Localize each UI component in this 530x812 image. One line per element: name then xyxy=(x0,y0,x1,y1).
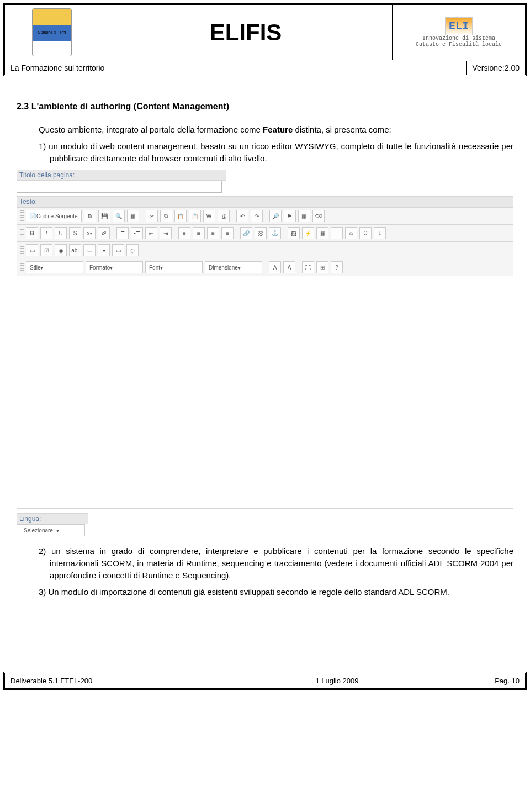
bold-icon[interactable]: B xyxy=(26,227,38,239)
toolbar-row-4: Stile ▾ Formato ▾ Font ▾ Dimensione ▾ A … xyxy=(17,259,513,276)
ul-icon[interactable]: •≣ xyxy=(131,227,143,239)
textarea-icon[interactable]: ▭ xyxy=(83,244,96,256)
grip-icon xyxy=(20,228,24,239)
bgcolor-icon[interactable]: A xyxy=(283,261,295,273)
format-label: Formato xyxy=(89,265,110,271)
header-logo-right-cell: ELI Innovazione di sistema Catasto e Fis… xyxy=(393,5,525,60)
print-icon[interactable]: 🖨 xyxy=(218,210,230,222)
superscript-icon[interactable]: x² xyxy=(98,227,110,239)
outdent-icon[interactable]: ⇤ xyxy=(145,227,157,239)
hidden-icon[interactable]: ◌ xyxy=(126,244,139,256)
style-dropdown[interactable]: Stile ▾ xyxy=(26,261,83,273)
find-icon[interactable]: 🔎 xyxy=(269,210,282,222)
title-input[interactable] xyxy=(17,181,222,193)
list-item-2: 2) un sistema in grado di comprendere, i… xyxy=(17,545,513,581)
subscript-icon[interactable]: x₂ xyxy=(83,227,96,239)
paste-text-icon[interactable]: 📋 xyxy=(189,210,201,222)
button-icon[interactable]: ▭ xyxy=(112,244,124,256)
source-button-label: Codice Sorgente xyxy=(36,213,78,219)
cut-icon[interactable]: ✂ xyxy=(146,210,158,222)
p1-feature: Feature xyxy=(263,125,293,134)
strike-icon[interactable]: S xyxy=(69,227,81,239)
source-button[interactable]: 📄 Codice Sorgente xyxy=(26,210,82,222)
align-right-icon[interactable]: ≡ xyxy=(207,227,219,239)
style-label: Stile xyxy=(30,265,40,271)
font-dropdown[interactable]: Font ▾ xyxy=(145,261,203,273)
subheader: La Formazione sul territorio Versione:2.… xyxy=(5,61,525,75)
list-item-1: 1) un modulo di web content management, … xyxy=(17,140,513,165)
template-icon[interactable]: ▦ xyxy=(127,210,139,222)
section-heading: 2.3 L'ambiente di authoring (Content Man… xyxy=(17,102,513,112)
format-dropdown[interactable]: Formato ▾ xyxy=(86,261,143,273)
italic-icon[interactable]: I xyxy=(40,227,52,239)
grip-icon xyxy=(20,245,24,256)
footer-left: Deliverable 5.1 FTEL-200 xyxy=(5,673,226,688)
logo-caption: Comune di Terni xyxy=(38,30,66,34)
checkbox-icon[interactable]: ☑ xyxy=(40,244,52,256)
label-title: Titolo della pagina: xyxy=(17,170,226,181)
align-left-icon[interactable]: ≡ xyxy=(178,227,190,239)
underline-icon[interactable]: U xyxy=(55,227,67,239)
toolbar-row-3: ▭ ☑ ◉ abl ▭ ▾ ▭ ◌ xyxy=(17,242,513,259)
flash-icon[interactable]: ⚡ xyxy=(302,227,314,239)
header-title-cell: ELIFIS xyxy=(100,5,393,60)
paste-icon[interactable]: 📋 xyxy=(174,210,187,222)
label-lingua: Lingua: xyxy=(17,513,88,524)
wysiwyg-editor: Titolo della pagina: Testo: 📄 Codice Sor… xyxy=(17,170,513,536)
editor-textarea[interactable] xyxy=(17,276,513,509)
font-label: Font xyxy=(149,265,160,271)
toolbar-row-1: 📄 Codice Sorgente 🗎 💾 🔍 ▦ ✂ ⧉ 📋 📋 W 🖨 ↶ … xyxy=(17,207,513,225)
save-icon[interactable]: 💾 xyxy=(98,210,110,222)
header: Comune di Terni ELIFIS ELI Innovazione d… xyxy=(5,5,525,61)
paste-word-icon[interactable]: W xyxy=(203,210,215,222)
footer-right: Pag. 10 xyxy=(448,673,525,688)
new-icon[interactable]: 🗎 xyxy=(84,210,96,222)
maximize-icon[interactable]: ⛶ xyxy=(302,261,314,273)
table-icon[interactable]: ▦ xyxy=(316,227,328,239)
hr-icon[interactable]: — xyxy=(331,227,343,239)
showblocks-icon[interactable]: ⊞ xyxy=(316,261,328,273)
image-icon[interactable]: 🖼 xyxy=(288,227,300,239)
preview-icon[interactable]: 🔍 xyxy=(113,210,125,222)
select-icon[interactable]: ▾ xyxy=(98,244,110,256)
paragraph-intro: Questo ambiente, integrato al portale de… xyxy=(17,124,513,136)
p1-a: Questo ambiente, integrato al portale de… xyxy=(39,125,263,134)
page-frame: Comune di Terni ELIFIS ELI Innovazione d… xyxy=(3,3,527,76)
align-center-icon[interactable]: ≡ xyxy=(193,227,205,239)
elicat-line1: Innovazione di sistema xyxy=(422,35,495,41)
grip-icon xyxy=(20,262,24,273)
ol-icon[interactable]: ≣ xyxy=(116,227,129,239)
replace-icon[interactable]: ⚑ xyxy=(284,210,296,222)
textfield-icon[interactable]: abl xyxy=(69,244,81,256)
size-label: Dimensione xyxy=(209,265,238,271)
unlink-icon[interactable]: ⛓ xyxy=(255,227,267,239)
pagebreak-icon[interactable]: ⤓ xyxy=(374,227,386,239)
indent-icon[interactable]: ⇥ xyxy=(160,227,172,239)
redo-icon[interactable]: ↷ xyxy=(251,210,263,222)
radio-icon[interactable]: ◉ xyxy=(55,244,67,256)
selectall-icon[interactable]: ▦ xyxy=(298,210,310,222)
textcolor-icon[interactable]: A xyxy=(269,261,281,273)
copy-icon[interactable]: ⧉ xyxy=(160,210,172,222)
list-item-3: 3) Un modulo di importazione di contenut… xyxy=(17,586,513,598)
about-icon[interactable]: ? xyxy=(331,261,343,273)
elicat-logo: ELI Innovazione di sistema Catasto e Fis… xyxy=(416,17,502,48)
undo-icon[interactable]: ↶ xyxy=(236,210,248,222)
link-icon[interactable]: 🔗 xyxy=(240,227,252,239)
subheader-right: Versione:2.00 xyxy=(467,61,525,75)
justify-icon[interactable]: ≡ xyxy=(221,227,234,239)
specialchar-icon[interactable]: Ω xyxy=(359,227,372,239)
p1-c: distinta, si presenta come: xyxy=(293,125,391,134)
elicat-badge: ELI xyxy=(445,17,473,35)
remove-format-icon[interactable]: ⌫ xyxy=(312,210,325,222)
smiley-icon[interactable]: ☺ xyxy=(345,227,357,239)
label-testo: Testo: xyxy=(17,196,513,207)
footer-mid: 1 Luglio 2009 xyxy=(226,673,448,688)
header-logo-left-cell: Comune di Terni xyxy=(5,5,100,60)
size-dropdown[interactable]: Dimensione ▾ xyxy=(205,261,262,273)
anchor-icon[interactable]: ⚓ xyxy=(269,227,281,239)
elicat-line2: Catasto e Fiscalità locale xyxy=(416,41,502,48)
main-content: 2.3 L'ambiente di authoring (Content Man… xyxy=(0,80,530,613)
form-icon[interactable]: ▭ xyxy=(26,244,38,256)
lingua-select[interactable]: - Selezionare - ▾ xyxy=(17,524,85,536)
